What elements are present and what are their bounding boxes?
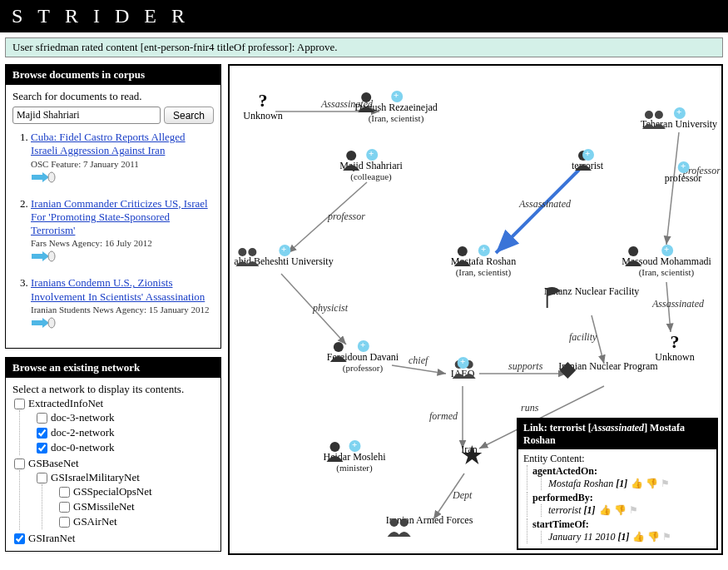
node-org[interactable]: Iranian Armed Forces — [386, 515, 473, 526]
svg-point-34 — [458, 246, 468, 256]
node-place[interactable]: Natanz Nuclear Facility — [544, 286, 640, 297]
detail-value: terrorist — [548, 504, 582, 516]
svg-line-7 — [496, 170, 579, 253]
doc-result: Iranians Condemn U.S., Zionists Involvem… — [31, 276, 214, 333]
diamond-icon — [558, 361, 577, 379]
svg-text:chief: chief — [409, 354, 429, 366]
open-doc-icon[interactable] — [31, 316, 214, 333]
svg-text:supports: supports — [508, 360, 543, 372]
browse-network-panel: Browse an existing network Select a netw… — [5, 357, 221, 552]
tree-label[interactable]: doc-3-network — [51, 411, 115, 424]
node-person[interactable]: Fereidoun Davani (professor) — [327, 340, 399, 374]
node-person[interactable]: Heidar Moslehi (minister) — [324, 440, 386, 473]
node-person[interactable]: Massoud Mohammadi (Iran, scientist) — [622, 245, 711, 278]
graph-canvas[interactable]: Assassinated professor Assassinated prof… — [228, 64, 723, 555]
node-person[interactable]: Majid Shahriari (colleague) — [339, 149, 403, 182]
tree-checkbox[interactable] — [14, 533, 25, 544]
svg-text:runs: runs — [521, 402, 539, 414]
doc-link[interactable]: Iranians Condemn U.S., Zionists Involvem… — [31, 276, 214, 304]
group-icon — [641, 107, 669, 129]
svg-point-32 — [238, 248, 246, 256]
node-person[interactable]: terrorist — [572, 149, 603, 171]
add-icon[interactable] — [279, 245, 290, 256]
tree-label[interactable]: GSBaseNet — [28, 457, 79, 469]
tree-label[interactable]: GSMissileNet — [73, 500, 135, 513]
add-icon[interactable] — [366, 149, 378, 161]
svg-point-29 — [655, 111, 663, 119]
add-icon[interactable] — [661, 245, 673, 256]
tree-label[interactable]: doc-2-network — [51, 426, 115, 439]
search-prompt: Search for documents to read. — [12, 90, 214, 103]
person-icon — [451, 245, 474, 266]
node-person[interactable]: Mostafa Roshan (Iran, scientist) — [451, 245, 516, 278]
app-title: STRIDER — [0, 0, 728, 32]
tree-checkbox[interactable] — [14, 458, 25, 469]
svg-point-33 — [248, 248, 256, 256]
tree-label[interactable]: ExtractedInfoNet — [28, 397, 103, 409]
open-doc-icon[interactable] — [31, 171, 214, 187]
tree-checkbox[interactable] — [59, 487, 70, 498]
vote-icons[interactable]: 👍 👎 ⚑ — [631, 478, 670, 489]
tree-checkbox[interactable] — [37, 413, 47, 424]
svg-point-35 — [628, 246, 638, 256]
tree-label[interactable]: GSIranNet — [28, 532, 75, 544]
node-org[interactable]: Teheran University — [641, 107, 717, 130]
svg-point-0 — [48, 172, 55, 182]
node-program[interactable]: Iranian Nuclear Program — [558, 361, 657, 372]
person-icon — [622, 245, 645, 266]
svg-text:Assassinated: Assassinated — [651, 298, 705, 310]
group-icon — [386, 515, 414, 537]
tree-label[interactable]: doc-0-network — [51, 441, 115, 454]
person-icon — [327, 340, 350, 362]
svg-point-28 — [645, 111, 653, 119]
doc-link[interactable]: Cuba: Fidel Castro Reports Alleged Israe… — [31, 131, 214, 158]
link-details-header: Link: terrorist [Assassinated] Mostafa R… — [518, 419, 716, 449]
tree-checkbox[interactable] — [37, 443, 47, 454]
vote-icons[interactable]: 👍 👎 ⚑ — [599, 504, 638, 516]
add-icon[interactable] — [674, 107, 686, 119]
add-icon[interactable] — [349, 440, 361, 452]
person-icon — [324, 440, 347, 462]
add-icon[interactable] — [358, 340, 369, 352]
add-icon[interactable] — [678, 161, 690, 173]
detail-value: Mostafa Roshan — [548, 478, 613, 489]
node-org[interactable]: IAEO — [451, 357, 475, 379]
doc-link[interactable]: Iranian Commander Criticizes US, Israel … — [31, 197, 214, 238]
vote-icons[interactable]: 👍 👎 ⚑ — [632, 531, 671, 543]
group-icon — [234, 245, 262, 266]
tree-label[interactable]: GSAirNet — [73, 515, 117, 528]
detail-key: performedBy: — [532, 492, 593, 503]
tree-checkbox[interactable] — [59, 517, 70, 528]
browse-documents-header: Browse documents in corpus — [6, 65, 220, 85]
tree-label[interactable]: GSIsraelMilitaryNet — [51, 471, 140, 483]
flag-icon — [544, 286, 562, 308]
tree-checkbox[interactable] — [37, 473, 47, 483]
svg-text:physicist: physicist — [312, 302, 349, 314]
star-icon — [461, 444, 483, 466]
node-role[interactable]: professor — [665, 161, 702, 184]
svg-point-36 — [334, 342, 344, 352]
node-unknown[interactable]: ? Unknown — [655, 332, 694, 363]
node-country[interactable]: Iran — [461, 444, 477, 455]
svg-line-9 — [666, 132, 679, 245]
search-button[interactable]: Search — [164, 107, 214, 124]
search-input[interactable] — [12, 107, 161, 124]
node-unknown[interactable]: ? Unknown — [243, 91, 282, 121]
svg-text:Assassinated: Assassinated — [518, 198, 572, 210]
detail-key: agentActedOn: — [532, 465, 597, 477]
svg-text:facility: facility — [569, 331, 597, 343]
add-icon[interactable] — [391, 91, 403, 102]
node-org[interactable]: ahid Beheshti University — [234, 245, 333, 267]
question-icon: ? — [243, 91, 282, 111]
svg-text:Dept: Dept — [452, 489, 473, 501]
tree-label[interactable]: GSSpecialOpsNet — [73, 485, 152, 498]
svg-point-41 — [390, 518, 399, 527]
open-doc-icon[interactable] — [31, 250, 214, 266]
tree-checkbox[interactable] — [14, 399, 25, 409]
add-icon[interactable] — [478, 245, 490, 256]
node-person[interactable]: Dariush Rezaeinejad (Iran, scientist) — [354, 91, 438, 124]
tree-checkbox[interactable] — [37, 428, 47, 439]
svg-line-15 — [392, 365, 446, 374]
tree-checkbox[interactable] — [59, 502, 70, 513]
svg-point-27 — [361, 92, 371, 102]
